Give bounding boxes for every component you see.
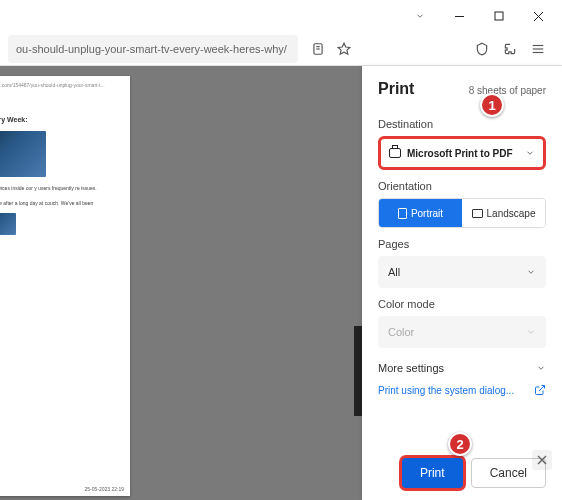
portrait-icon	[398, 208, 407, 219]
callout-badge-1: 1	[480, 93, 504, 117]
reader-mode-icon[interactable]	[310, 41, 326, 57]
external-link-icon	[534, 384, 546, 396]
menu-icon[interactable]	[530, 41, 546, 57]
printer-icon	[389, 148, 401, 158]
preview-image	[0, 131, 46, 177]
color-mode-label: Color mode	[378, 298, 546, 310]
preview-page: wgeek.com/154487/you-should-unplug-your-…	[0, 76, 130, 496]
svg-marker-7	[338, 43, 350, 54]
preview-page-footer: 25-05-2023 22:19	[85, 486, 124, 492]
pages-value: All	[388, 266, 400, 278]
svg-rect-1	[495, 12, 503, 20]
pages-select[interactable]: All	[378, 256, 546, 288]
system-dialog-link[interactable]: Print using the system dialog...	[378, 384, 546, 396]
chevron-down-icon	[536, 363, 546, 373]
content-area: wgeek.com/154487/you-should-unplug-your-…	[0, 66, 562, 500]
preview-page-header: wgeek.com/154487/you-should-unplug-your-…	[0, 82, 124, 88]
sheet-count: 8 sheets of paper	[469, 85, 546, 96]
maximize-button[interactable]	[479, 0, 519, 32]
ad-strip	[354, 326, 362, 416]
portrait-label: Portrait	[411, 208, 443, 219]
minimize-button[interactable]	[440, 0, 480, 32]
orientation-group: Portrait Landscape	[378, 198, 546, 228]
favorite-star-icon[interactable]	[336, 41, 352, 57]
shield-icon[interactable]	[474, 41, 490, 57]
preview-article-title: Every Week:	[0, 116, 124, 123]
pages-label: Pages	[378, 238, 546, 250]
landscape-label: Landscape	[487, 208, 536, 219]
color-mode-select[interactable]: Color	[378, 316, 546, 348]
destination-value: Microsoft Print to PDF	[407, 148, 519, 159]
portrait-button[interactable]: Portrait	[379, 199, 462, 227]
destination-label: Destination	[378, 118, 546, 130]
preview-image	[0, 213, 16, 235]
callout-badge-2: 2	[448, 432, 472, 456]
print-panel: Print 8 sheets of paper Destination Micr…	[362, 66, 562, 500]
more-settings-toggle[interactable]: More settings	[378, 362, 546, 374]
system-dialog-text: Print using the system dialog...	[378, 385, 514, 396]
print-button[interactable]: Print	[402, 458, 463, 488]
landscape-icon	[472, 209, 483, 218]
close-button[interactable]	[519, 0, 559, 32]
address-bar[interactable]: ou-should-unplug-your-smart-tv-every-wee…	[8, 35, 298, 63]
chevron-down-icon	[526, 327, 536, 337]
tab-dropdown[interactable]	[400, 0, 440, 32]
window-titlebar	[0, 0, 562, 32]
preview-paragraph: ed devices inside our y users frequently…	[0, 185, 124, 192]
destination-select[interactable]: Microsoft Print to PDF	[378, 136, 546, 170]
print-title: Print	[378, 80, 414, 98]
ad-close-icon[interactable]	[532, 450, 552, 470]
chevron-down-icon	[526, 267, 536, 277]
svg-line-11	[539, 386, 545, 392]
orientation-label: Orientation	[378, 180, 546, 192]
color-mode-value: Color	[388, 326, 414, 338]
preview-paragraph: e show after a long day at couch. We've …	[0, 200, 124, 207]
landscape-button[interactable]: Landscape	[462, 199, 545, 227]
toolbar-row: ou-should-unplug-your-smart-tv-every-wee…	[0, 32, 562, 66]
chevron-down-icon	[525, 148, 535, 158]
print-preview-pane: wgeek.com/154487/you-should-unplug-your-…	[0, 66, 362, 500]
more-settings-label: More settings	[378, 362, 444, 374]
extensions-icon[interactable]	[502, 41, 518, 57]
